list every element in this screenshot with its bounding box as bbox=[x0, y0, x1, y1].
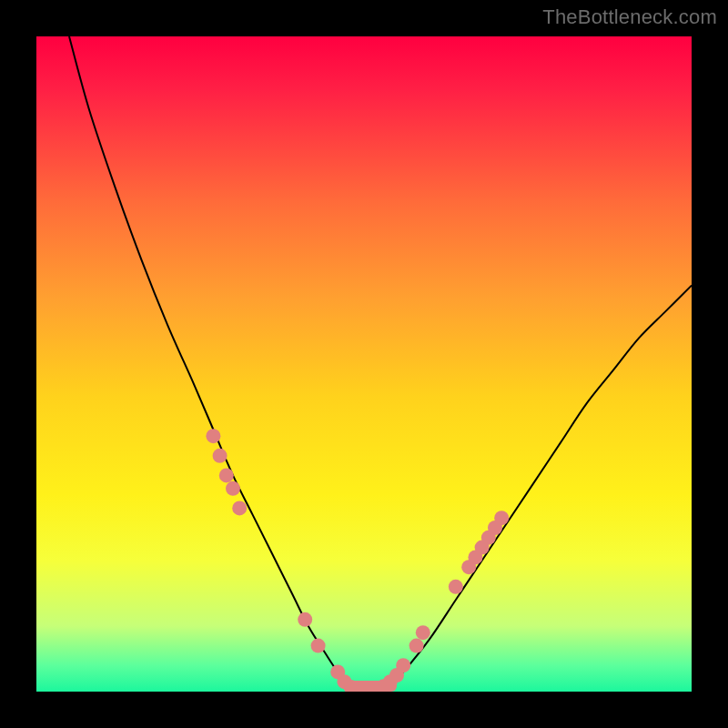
watermark-text: TheBottleneck.com bbox=[542, 5, 717, 29]
highlight-dot bbox=[206, 429, 220, 443]
highlight-dot bbox=[396, 658, 410, 672]
highlight-dot bbox=[311, 639, 326, 653]
highlight-dot bbox=[494, 511, 509, 525]
curve-layer bbox=[36, 36, 692, 692]
plot-area bbox=[36, 36, 692, 692]
highlight-dot bbox=[449, 580, 463, 594]
bottleneck-curve bbox=[69, 36, 692, 692]
chart-container: TheBottleneck.com bbox=[0, 0, 728, 728]
highlight-dot bbox=[232, 500, 247, 515]
highlight-dot bbox=[416, 625, 430, 640]
highlight-dot bbox=[219, 468, 234, 482]
highlight-dot bbox=[410, 639, 424, 653]
highlight-dot bbox=[213, 449, 228, 463]
highlight-dots bbox=[206, 429, 509, 692]
highlight-dot bbox=[298, 612, 312, 627]
highlight-dot bbox=[226, 481, 240, 496]
